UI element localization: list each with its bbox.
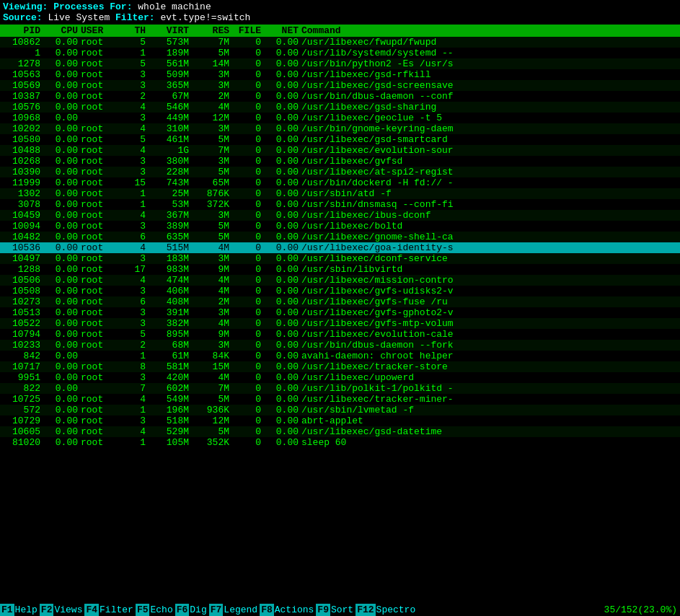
table-row[interactable]: 10387 0.00 root 2 67M 2M 0 0.00 /usr/bin… — [0, 91, 680, 102]
table-row[interactable]: 10522 0.00 root 3 382M 4M 0 0.00 /usr/li… — [0, 318, 680, 329]
col-header-user[interactable]: USER — [78, 25, 120, 36]
footer-label: Sort — [330, 604, 356, 616]
table-row[interactable]: 10794 0.00 root 5 895M 9M 0 0.00 /usr/li… — [0, 329, 680, 340]
cell-virt: 67M — [146, 91, 189, 102]
col-header-th[interactable]: TH — [120, 25, 146, 36]
footer-item-actions[interactable]: F8Actions — [260, 604, 316, 616]
cell-cmd: /usr/libexec/tracker-miner- — [299, 394, 677, 405]
cell-user: root — [78, 221, 120, 232]
cell-res: 3M — [189, 123, 229, 134]
cell-cpu: 0.00 — [40, 361, 78, 372]
col-header-pid[interactable]: PID — [3, 25, 40, 36]
cell-file: 0 — [229, 329, 261, 340]
table-row[interactable]: 10729 0.00 root 3 518M 12M 0 0.00 abrt-a… — [0, 415, 680, 426]
footer-item-dig[interactable]: F6Dig — [175, 604, 209, 616]
table-row[interactable]: 10717 0.00 root 8 581M 15M 0 0.00 /usr/l… — [0, 361, 680, 372]
cell-cpu: 0.00 — [40, 102, 78, 113]
cell-res: 936K — [189, 405, 229, 415]
table-row[interactable]: 10536 0.00 root 4 515M 4M 0 0.00 /usr/li… — [0, 242, 680, 253]
cell-res: 84K — [189, 351, 229, 361]
cell-net: 0.00 — [261, 383, 299, 394]
cell-file: 0 — [229, 340, 261, 351]
cell-cpu: 0.00 — [40, 221, 78, 232]
cell-user: root — [78, 232, 120, 242]
table-row[interactable]: 822 0.00 7 602M 7M 0 0.00 /usr/lib/polki… — [0, 383, 680, 394]
col-header-virt[interactable]: VIRT — [146, 25, 189, 36]
cell-pid: 10482 — [3, 232, 40, 242]
table-row[interactable]: 10576 0.00 root 4 546M 4M 0 0.00 /usr/li… — [0, 102, 680, 113]
cell-net: 0.00 — [261, 264, 299, 275]
cell-file: 0 — [229, 275, 261, 286]
table-row[interactable]: 1278 0.00 root 5 561M 14M 0 0.00 /usr/bi… — [0, 58, 680, 69]
col-header-cpu[interactable]: CPU — [40, 25, 78, 36]
cell-user: root — [78, 48, 120, 58]
table-row[interactable]: 1 0.00 root 1 189M 5M 0 0.00 /usr/lib/sy… — [0, 48, 680, 58]
cell-th: 3 — [120, 156, 146, 167]
cell-pid: 10497 — [3, 253, 40, 264]
table-row[interactable]: 10497 0.00 root 3 183M 3M 0 0.00 /usr/li… — [0, 253, 680, 264]
source-label: Source: — [3, 12, 43, 23]
cell-net: 0.00 — [261, 177, 299, 188]
table-row[interactable]: 1302 0.00 root 1 25M 876K 0 0.00 /usr/sb… — [0, 188, 680, 199]
cell-pid: 10717 — [3, 361, 40, 372]
cell-net: 0.00 — [261, 145, 299, 156]
table-row[interactable]: 10605 0.00 root 4 529M 5M 0 0.00 /usr/li… — [0, 426, 680, 437]
table-row[interactable]: 3078 0.00 root 1 53M 372K 0 0.00 /usr/sb… — [0, 199, 680, 210]
table-row[interactable]: 10094 0.00 root 3 389M 5M 0 0.00 /usr/li… — [0, 221, 680, 232]
filter-value: evt.type!=switch — [160, 12, 250, 23]
table-row[interactable]: 10459 0.00 root 4 367M 3M 0 0.00 /usr/li… — [0, 210, 680, 221]
table-row[interactable]: 10482 0.00 root 6 635M 5M 0 0.00 /usr/li… — [0, 232, 680, 242]
table-row[interactable]: 10508 0.00 root 3 406M 4M 0 0.00 /usr/li… — [0, 286, 680, 296]
footer-item-views[interactable]: F2Views — [40, 604, 85, 616]
table-row[interactable]: 10513 0.00 root 3 391M 3M 0 0.00 /usr/li… — [0, 307, 680, 318]
cell-cmd: /usr/libexec/fwupd/fwupd — [299, 37, 677, 48]
cell-user: root — [78, 210, 120, 221]
col-header-net[interactable]: NET — [261, 25, 299, 36]
cell-user: root — [78, 123, 120, 134]
table-row[interactable]: 10725 0.00 root 4 549M 5M 0 0.00 /usr/li… — [0, 394, 680, 405]
table-row[interactable]: 842 0.00 1 61M 84K 0 0.00 avahi-daemon: … — [0, 351, 680, 361]
cell-net: 0.00 — [261, 210, 299, 221]
col-header-cmd[interactable]: Command — [299, 25, 677, 36]
table-row[interactable]: 10569 0.00 root 3 365M 3M 0 0.00 /usr/li… — [0, 80, 680, 91]
cell-cmd: /usr/libexec/dconf-service — [299, 253, 677, 264]
cell-res: 3M — [189, 210, 229, 221]
table-row[interactable]: 10390 0.00 root 3 228M 5M 0 0.00 /usr/li… — [0, 167, 680, 177]
cell-th: 4 — [120, 145, 146, 156]
table-row[interactable]: 10488 0.00 root 4 1G 7M 0 0.00 /usr/libe… — [0, 145, 680, 156]
table-row[interactable]: 11999 0.00 root 15 743M 65M 0 0.00 /usr/… — [0, 177, 680, 188]
table-row[interactable]: 9951 0.00 root 3 420M 4M 0 0.00 /usr/lib… — [0, 372, 680, 383]
cell-th: 2 — [120, 340, 146, 351]
table-row[interactable]: 1288 0.00 root 17 983M 9M 0 0.00 /usr/sb… — [0, 264, 680, 275]
cell-user: root — [78, 329, 120, 340]
table-row[interactable]: 10563 0.00 root 3 509M 3M 0 0.00 /usr/li… — [0, 69, 680, 80]
cell-cmd: /usr/sbin/libvirtd — [299, 264, 677, 275]
footer-label: Help — [14, 604, 40, 616]
cell-file: 0 — [229, 156, 261, 167]
cell-file: 0 — [229, 58, 261, 69]
table-row[interactable]: 10273 0.00 root 6 408M 2M 0 0.00 /usr/li… — [0, 296, 680, 307]
cell-virt: 189M — [146, 48, 189, 58]
footer-item-echo[interactable]: F5Echo — [136, 604, 175, 616]
cell-th: 7 — [120, 383, 146, 394]
cell-user: root — [78, 437, 120, 448]
footer-item-legend[interactable]: F7Legend — [209, 604, 260, 616]
footer-item-sort[interactable]: F9Sort — [316, 604, 356, 616]
table-row[interactable]: 10580 0.00 root 5 461M 5M 0 0.00 /usr/li… — [0, 134, 680, 145]
col-header-res[interactable]: RES — [189, 25, 229, 36]
cell-cmd: /usr/libexec/gsd-rfkill — [299, 69, 677, 80]
col-header-file[interactable]: FILE — [229, 25, 261, 36]
cell-virt: 509M — [146, 69, 189, 80]
cell-user: root — [78, 145, 120, 156]
footer-item-spectro[interactable]: F12Spectro — [356, 604, 418, 616]
table-row[interactable]: 572 0.00 root 1 196M 936K 0 0.00 /usr/sb… — [0, 405, 680, 415]
table-row[interactable]: 10506 0.00 root 4 474M 4M 0 0.00 /usr/li… — [0, 275, 680, 286]
table-row[interactable]: 10862 0.00 root 5 573M 7M 0 0.00 /usr/li… — [0, 37, 680, 48]
table-row[interactable]: 10268 0.00 root 3 380M 3M 0 0.00 /usr/li… — [0, 156, 680, 167]
table-row[interactable]: 81020 0.00 root 1 105M 352K 0 0.00 sleep… — [0, 437, 680, 448]
table-row[interactable]: 10202 0.00 root 4 310M 3M 0 0.00 /usr/bi… — [0, 123, 680, 134]
table-row[interactable]: 10233 0.00 root 2 68M 3M 0 0.00 /usr/bin… — [0, 340, 680, 351]
footer-item-help[interactable]: F1Help — [0, 604, 40, 616]
footer-item-filter[interactable]: F4Filter — [84, 604, 135, 616]
table-row[interactable]: 10968 0.00 3 449M 12M 0 0.00 /usr/libexe… — [0, 113, 680, 123]
